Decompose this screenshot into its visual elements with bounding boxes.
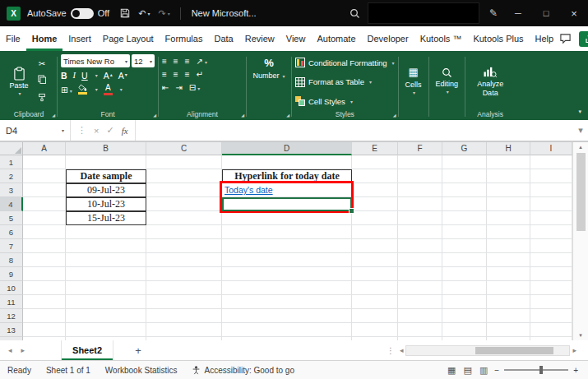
- cell-B12[interactable]: [66, 309, 146, 323]
- cell-G2[interactable]: [442, 169, 487, 183]
- row-header-2[interactable]: 2: [0, 169, 23, 183]
- cell-H11[interactable]: [487, 295, 530, 309]
- underline-button[interactable]: U: [81, 71, 88, 81]
- cell-F13[interactable]: [398, 323, 442, 337]
- tab-formulas[interactable]: Formulas: [160, 26, 209, 51]
- column-header-G[interactable]: G: [442, 142, 487, 155]
- tab-home[interactable]: Home: [26, 26, 63, 51]
- cell-C14[interactable]: [146, 337, 222, 340]
- bold-button[interactable]: B: [61, 71, 67, 81]
- fill-handle[interactable]: [349, 208, 354, 214]
- sheet-tab-sheet2[interactable]: Sheet2: [61, 340, 113, 360]
- cell-H12[interactable]: [487, 309, 530, 323]
- vertical-scrollbar[interactable]: ▴ ▾: [572, 142, 588, 340]
- cell-I1[interactable]: [530, 155, 572, 169]
- column-header-D[interactable]: D: [222, 142, 352, 155]
- cell-I10[interactable]: [530, 281, 572, 295]
- cell-A10[interactable]: [23, 281, 66, 295]
- cell-C13[interactable]: [146, 323, 222, 337]
- cell-H9[interactable]: [487, 267, 530, 281]
- cell-B11[interactable]: [66, 295, 146, 309]
- tab-help[interactable]: Help: [530, 26, 560, 51]
- cell-D3[interactable]: Today's date: [222, 183, 352, 197]
- copy-button[interactable]: [38, 75, 46, 86]
- cell-D13[interactable]: [222, 323, 352, 337]
- cell-B5[interactable]: 15-Jul-23: [66, 211, 146, 225]
- cell-A9[interactable]: [23, 267, 66, 281]
- tab-kutools-plus[interactable]: Kutools Plus: [467, 26, 529, 51]
- analyze-data-button[interactable]: Analyze Data: [469, 54, 512, 109]
- styles-dialog-launcher-icon[interactable]: ◢: [393, 113, 396, 118]
- cell-I6[interactable]: [530, 225, 572, 239]
- cell-D2[interactable]: Hyperlink for today date: [222, 169, 352, 183]
- cell-A3[interactable]: [23, 183, 66, 197]
- cell-F8[interactable]: [398, 253, 442, 267]
- font-size-combo[interactable]: 12▾: [132, 54, 155, 67]
- cell-F11[interactable]: [398, 295, 442, 309]
- column-header-B[interactable]: B: [66, 142, 146, 155]
- zoom-slider[interactable]: [504, 369, 568, 371]
- row-header-13[interactable]: 13: [0, 323, 23, 337]
- cell-H7[interactable]: [487, 239, 530, 253]
- align-right-button[interactable]: ≡: [185, 70, 190, 79]
- cell-G12[interactable]: [442, 309, 487, 323]
- zoom-in-button[interactable]: +: [573, 366, 578, 375]
- cancel-icon[interactable]: ×: [94, 126, 99, 136]
- cell-H14[interactable]: [487, 337, 530, 340]
- cell-D12[interactable]: [222, 309, 352, 323]
- cell-G8[interactable]: [442, 253, 487, 267]
- redo-button[interactable]: ↷▾: [154, 8, 174, 19]
- cell-A14[interactable]: [23, 337, 66, 340]
- editing-button[interactable]: Editing ▾: [433, 54, 462, 109]
- paste-button[interactable]: Paste ▾: [4, 54, 34, 109]
- cell-H13[interactable]: [487, 323, 530, 337]
- borders-button[interactable]: ⊞▾: [61, 85, 72, 95]
- cell-C12[interactable]: [146, 309, 222, 323]
- row-header-3[interactable]: 3: [0, 183, 23, 197]
- normal-view-icon[interactable]: ▦: [447, 365, 456, 376]
- orientation-button[interactable]: ↗▾: [197, 57, 207, 66]
- cell-C9[interactable]: [146, 267, 222, 281]
- align-center-button[interactable]: ≡: [174, 70, 178, 79]
- cell-C7[interactable]: [146, 239, 222, 253]
- zoom-out-button[interactable]: −: [494, 366, 499, 375]
- cells-button[interactable]: ▦ Cells ▾: [402, 54, 425, 109]
- name-box[interactable]: D4 ▾: [0, 120, 71, 141]
- cell-A6[interactable]: [23, 225, 66, 239]
- cell-E4[interactable]: [352, 197, 398, 211]
- cell-D9[interactable]: [222, 267, 352, 281]
- zoom-slider-thumb[interactable]: [539, 366, 543, 374]
- tab-splitter-icon[interactable]: ⋮: [382, 346, 400, 355]
- wrap-text-button[interactable]: ↵: [197, 70, 203, 79]
- cell-F4[interactable]: [398, 197, 442, 211]
- cell-A12[interactable]: [23, 309, 66, 323]
- tab-insert[interactable]: Insert: [63, 26, 97, 51]
- cell-B3[interactable]: 09-Jul-23: [66, 183, 146, 197]
- cell-E6[interactable]: [352, 225, 398, 239]
- row-header-12[interactable]: 12: [0, 309, 23, 323]
- number-dialog-launcher-icon[interactable]: ◢: [286, 113, 289, 118]
- cell-A4[interactable]: [23, 197, 66, 211]
- cell-G3[interactable]: [442, 183, 487, 197]
- scroll-up-icon[interactable]: ▴: [579, 144, 582, 150]
- scroll-down-icon[interactable]: ▾: [579, 332, 582, 339]
- increase-indent-button[interactable]: ⇥: [175, 83, 182, 92]
- row-header-6[interactable]: 6: [0, 225, 23, 239]
- cell-I9[interactable]: [530, 267, 572, 281]
- tab-developer[interactable]: Developer: [362, 26, 414, 51]
- cell-E10[interactable]: [352, 281, 398, 295]
- cell-I3[interactable]: [530, 183, 572, 197]
- decrease-indent-button[interactable]: ⇤: [162, 83, 169, 92]
- cell-B6[interactable]: [66, 225, 146, 239]
- row-header-1[interactable]: 1: [0, 155, 23, 169]
- save-button[interactable]: [116, 8, 134, 18]
- font-name-combo[interactable]: Times New Ro▾: [61, 54, 130, 67]
- cell-F9[interactable]: [398, 267, 442, 281]
- cell-H6[interactable]: [487, 225, 530, 239]
- column-header-F[interactable]: F: [398, 142, 442, 155]
- cell-A11[interactable]: [23, 295, 66, 309]
- row-header-14[interactable]: 14: [0, 337, 23, 340]
- tab-page-layout[interactable]: Page Layout: [97, 26, 160, 51]
- column-header-E[interactable]: E: [352, 142, 398, 155]
- cell-E12[interactable]: [352, 309, 398, 323]
